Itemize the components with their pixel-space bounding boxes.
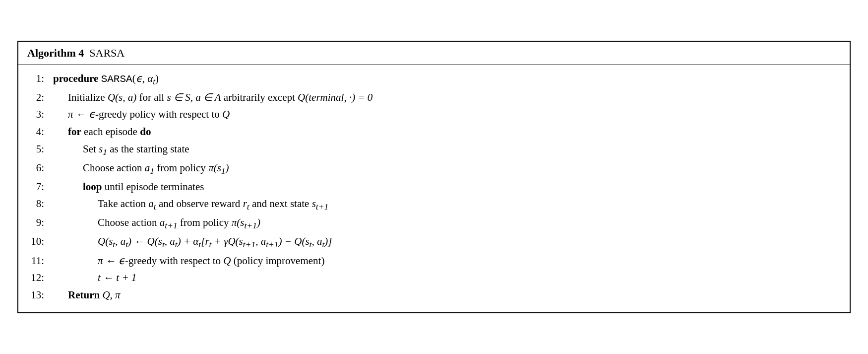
algorithm-line: 2:Initialize Q(s, a) for all s ∈ S, a ∈ … — [27, 89, 841, 106]
line-number: 7: — [27, 178, 53, 196]
algorithm-body: 1:procedure SARSA(ϵ, αt)2:Initialize Q(s… — [18, 65, 850, 313]
line-content: Initialize Q(s, a) for all s ∈ S, a ∈ A … — [53, 89, 841, 106]
algorithm-line: 9:Choose action at+1 from policy π(st+1) — [27, 214, 841, 233]
line-content: loop until episode terminates — [53, 178, 841, 196]
algorithm-line: 11:π ← ϵ-greedy with respect to Q (polic… — [27, 252, 841, 270]
line-number: 13: — [27, 286, 53, 304]
line-content: Take action at and observe reward rt and… — [53, 195, 841, 214]
line-content: Choose action at+1 from policy π(st+1) — [53, 214, 841, 233]
algorithm-title-bold: Algorithm 4 — [27, 47, 84, 59]
line-number: 8: — [27, 195, 53, 212]
line-content: π ← ϵ-greedy with respect to Q (policy i… — [53, 252, 841, 270]
algorithm-line: 12:t ← t + 1 — [27, 269, 841, 286]
line-content: for each episode do — [53, 123, 841, 141]
line-number: 12: — [27, 269, 53, 286]
line-number: 4: — [27, 123, 53, 141]
line-number: 3: — [27, 106, 53, 123]
line-content: procedure SARSA(ϵ, αt) — [53, 70, 841, 89]
algorithm-line: 3:π ← ϵ-greedy policy with respect to Q — [27, 106, 841, 123]
algorithm-line: 7:loop until episode terminates — [27, 178, 841, 196]
line-content: Return Q, π — [53, 286, 841, 304]
line-number: 6: — [27, 159, 53, 177]
algorithm-line: 8:Take action at and observe reward rt a… — [27, 195, 841, 214]
algorithm-box: Algorithm 4 SARSA 1:procedure SARSA(ϵ, α… — [17, 41, 851, 314]
line-number: 5: — [27, 141, 53, 158]
algorithm-line: 1:procedure SARSA(ϵ, αt) — [27, 70, 841, 89]
algorithm-line: 10:Q(st, at) ← Q(st, at) + αt[rt + γQ(st… — [27, 233, 841, 252]
algorithm-line: 6:Choose action a1 from policy π(s1) — [27, 159, 841, 178]
line-number: 9: — [27, 214, 53, 231]
algorithm-header: Algorithm 4 SARSA — [18, 42, 850, 65]
line-number: 11: — [27, 252, 53, 270]
algorithm-line: 4:for each episode do — [27, 123, 841, 141]
line-content: t ← t + 1 — [53, 269, 841, 286]
algorithm-line: 5:Set s1 as the starting state — [27, 141, 841, 159]
line-content: Choose action a1 from policy π(s1) — [53, 159, 841, 178]
algorithm-line: 13:Return Q, π — [27, 286, 841, 304]
line-number: 10: — [27, 233, 53, 250]
line-number: 1: — [27, 70, 53, 87]
line-content: Set s1 as the starting state — [53, 141, 841, 159]
line-content: π ← ϵ-greedy policy with respect to Q — [53, 106, 841, 123]
line-content: Q(st, at) ← Q(st, at) + αt[rt + γQ(st+1,… — [53, 233, 841, 252]
line-number: 2: — [27, 89, 53, 106]
